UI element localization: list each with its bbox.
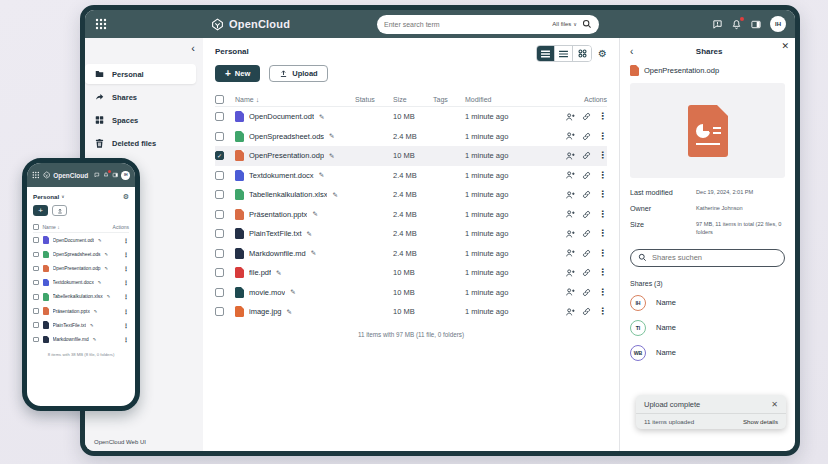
table-row[interactable]: Markdownfile.md ✎ 2.4 MB 1 minute ago ⋮ [215, 244, 607, 264]
app-grid-icon[interactable] [32, 171, 40, 179]
rename-pencil-icon[interactable]: ✎ [329, 152, 334, 160]
more-actions-icon[interactable]: ⋮ [123, 279, 129, 286]
share-row[interactable]: IH Name [630, 295, 785, 311]
select-all-checkbox[interactable] [33, 224, 39, 230]
feedback-icon[interactable] [712, 19, 723, 30]
rename-pencil-icon[interactable]: ✎ [98, 238, 102, 243]
more-actions-icon[interactable]: ⋮ [598, 190, 607, 199]
row-checkbox[interactable] [215, 249, 224, 258]
close-icon[interactable]: ✕ [781, 41, 789, 51]
sidebar-item-spaces[interactable]: Spaces [85, 110, 203, 130]
row-checkbox[interactable] [33, 337, 39, 343]
more-actions-icon[interactable]: ⋮ [598, 210, 607, 219]
rename-pencil-icon[interactable]: ✎ [94, 309, 98, 314]
file-name[interactable]: OpenSpreadsheet.ods [53, 252, 101, 257]
notifications-button[interactable] [731, 19, 742, 30]
notifications-button[interactable] [103, 172, 109, 178]
share-row[interactable]: WB Name [630, 345, 785, 361]
rename-pencil-icon[interactable]: ✎ [105, 252, 109, 257]
file-name[interactable]: Markdownfile.md [53, 337, 89, 342]
rename-pencil-icon[interactable]: ✎ [311, 249, 316, 257]
row-checkbox[interactable] [215, 190, 224, 199]
view-options-gear-icon[interactable]: ⚙ [123, 193, 129, 200]
copy-link-icon[interactable] [582, 229, 591, 238]
table-row[interactable]: OpenSpreadsheet.ods ✎ 2.4 MB 1 minute ag… [215, 127, 607, 147]
row-checkbox[interactable] [215, 132, 224, 141]
upload-button[interactable]: Upload [269, 65, 327, 82]
copy-link-icon[interactable] [582, 190, 591, 199]
share-person-icon[interactable] [565, 190, 575, 200]
table-row[interactable]: image.jpg ✎ 10 MB 1 minute ago ⋮ [215, 302, 607, 322]
row-checkbox[interactable] [33, 294, 39, 300]
more-actions-icon[interactable]: ⋮ [123, 293, 129, 300]
feedback-icon[interactable] [94, 172, 100, 178]
file-name[interactable]: Präsentation.pptx [249, 210, 307, 219]
row-checkbox[interactable] [33, 280, 39, 286]
file-name[interactable]: Textdokument.docx [53, 280, 94, 285]
file-name[interactable]: Textdokument.docx [249, 171, 314, 180]
row-checkbox[interactable] [215, 171, 224, 180]
column-name[interactable]: Name ↓ [235, 96, 355, 103]
table-row[interactable]: OpenDocument.odt ✎ ⋮ [33, 233, 129, 247]
file-name[interactable]: OpenPresentation.odp [53, 266, 101, 271]
file-name[interactable]: Tabellenkalkulation.xlsx [249, 190, 327, 199]
file-name[interactable]: Präsentation.pptx [53, 309, 90, 314]
file-name[interactable]: Markdownfile.md [249, 249, 306, 258]
table-row[interactable]: OpenSpreadsheet.ods ✎ ⋮ [33, 247, 129, 261]
view-condensed-button[interactable] [537, 46, 555, 61]
row-checkbox[interactable]: ✓ [215, 151, 224, 160]
sidebar-item-deleted-files[interactable]: Deleted files [85, 133, 203, 153]
more-actions-icon[interactable]: ⋮ [123, 237, 129, 244]
share-person-icon[interactable] [565, 170, 575, 180]
rename-pencil-icon[interactable]: ✎ [319, 113, 324, 121]
rename-pencil-icon[interactable]: ✎ [319, 171, 324, 179]
share-row[interactable]: TI Name [630, 320, 785, 336]
row-checkbox[interactable] [215, 112, 224, 121]
more-actions-icon[interactable]: ⋮ [123, 265, 129, 272]
rename-pencil-icon[interactable]: ✎ [276, 269, 281, 277]
more-actions-icon[interactable]: ⋮ [123, 308, 129, 315]
file-name[interactable]: OpenDocument.odt [53, 238, 95, 243]
copy-link-icon[interactable] [582, 112, 591, 121]
column-modified[interactable]: Modified [465, 96, 551, 103]
table-row[interactable]: OpenDocument.odt ✎ 10 MB 1 minute ago ⋮ [215, 107, 607, 127]
rename-pencil-icon[interactable]: ✎ [329, 132, 334, 140]
more-actions-icon[interactable]: ⋮ [598, 171, 607, 180]
close-icon[interactable]: ✕ [771, 400, 778, 409]
sidebar-item-personal[interactable]: Personal [85, 64, 196, 84]
table-row[interactable]: Präsentation.pptx ✎ ⋮ [33, 304, 129, 318]
panel-toggle-icon[interactable] [750, 19, 762, 30]
table-row[interactable]: PlainTextFile.txt ✎ ⋮ [33, 318, 129, 332]
column-size[interactable]: Size [393, 96, 433, 103]
search-scope-dropdown[interactable]: All files∨ [552, 21, 577, 27]
file-name[interactable]: file.pdf [249, 268, 271, 277]
more-actions-icon[interactable]: ⋮ [123, 322, 129, 329]
table-row[interactable]: file.pdf ✎ 10 MB 1 minute ago ⋮ [215, 263, 607, 283]
more-actions-icon[interactable]: ⋮ [598, 288, 607, 297]
row-checkbox[interactable] [33, 237, 39, 243]
copy-link-icon[interactable] [582, 151, 591, 160]
new-button[interactable]: + [33, 205, 48, 216]
sidebar-collapse-icon[interactable]: ‹ [191, 42, 195, 54]
rename-pencil-icon[interactable]: ✎ [107, 294, 111, 299]
view-list-button[interactable] [555, 46, 573, 61]
share-person-icon[interactable] [565, 131, 575, 141]
search-icon[interactable] [582, 19, 592, 29]
column-status[interactable]: Status [355, 96, 393, 103]
sidebar-item-shares[interactable]: Shares [85, 87, 203, 107]
opencloud-logo[interactable]: OpenCloud [211, 18, 290, 31]
show-details-link[interactable]: Show details [743, 418, 778, 425]
more-actions-icon[interactable]: ⋮ [598, 268, 607, 277]
column-name[interactable]: Name ↓ [43, 224, 60, 230]
row-checkbox[interactable] [215, 268, 224, 277]
share-person-icon[interactable] [565, 248, 575, 258]
more-actions-icon[interactable]: ⋮ [598, 307, 607, 316]
row-checkbox[interactable] [215, 210, 224, 219]
table-row[interactable]: Markdownfile.md ✎ ⋮ [33, 332, 129, 346]
more-actions-icon[interactable]: ⋮ [598, 132, 607, 141]
share-person-icon[interactable] [565, 112, 575, 122]
row-checkbox[interactable] [215, 229, 224, 238]
table-row[interactable]: OpenPresentation.odp ✎ ⋮ [33, 261, 129, 275]
table-row[interactable]: ✓ OpenPresentation.odp ✎ 10 MB 1 minute … [215, 146, 607, 166]
more-actions-icon[interactable]: ⋮ [598, 112, 607, 121]
